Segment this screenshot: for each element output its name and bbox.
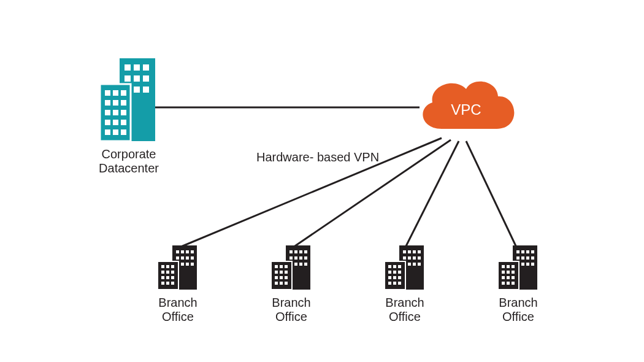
svg-rect-38 bbox=[186, 256, 189, 260]
svg-rect-87 bbox=[418, 250, 421, 253]
svg-rect-30 bbox=[121, 129, 126, 135]
svg-rect-115 bbox=[521, 256, 524, 260]
svg-rect-26 bbox=[113, 120, 118, 125]
svg-rect-14 bbox=[143, 87, 149, 93]
svg-rect-132 bbox=[502, 282, 505, 285]
svg-line-4 bbox=[466, 141, 517, 248]
svg-rect-128 bbox=[512, 271, 515, 274]
svg-rect-90 bbox=[413, 256, 416, 260]
svg-rect-34 bbox=[186, 250, 189, 253]
svg-rect-69 bbox=[304, 263, 307, 266]
svg-rect-52 bbox=[166, 276, 169, 279]
svg-rect-59 bbox=[294, 250, 297, 253]
svg-rect-103 bbox=[388, 276, 391, 279]
svg-rect-89 bbox=[408, 256, 411, 260]
svg-rect-16 bbox=[105, 90, 110, 96]
svg-rect-64 bbox=[299, 256, 302, 260]
svg-rect-11 bbox=[143, 75, 149, 82]
svg-rect-18 bbox=[121, 90, 126, 96]
svg-rect-105 bbox=[398, 276, 401, 279]
svg-rect-56 bbox=[171, 282, 174, 285]
svg-rect-130 bbox=[507, 276, 510, 279]
svg-rect-102 bbox=[398, 271, 401, 274]
svg-rect-7 bbox=[134, 64, 140, 71]
svg-rect-81 bbox=[280, 282, 283, 285]
svg-rect-121 bbox=[531, 263, 534, 266]
svg-rect-55 bbox=[166, 282, 169, 285]
svg-rect-46 bbox=[166, 265, 169, 268]
svg-rect-98 bbox=[393, 265, 396, 268]
svg-rect-99 bbox=[398, 265, 401, 268]
svg-rect-104 bbox=[393, 276, 396, 279]
branch-label: Branch Office bbox=[481, 296, 555, 324]
vpn-label: Hardware- based VPN bbox=[256, 150, 379, 164]
svg-rect-48 bbox=[161, 271, 164, 274]
svg-rect-134 bbox=[512, 282, 515, 285]
svg-rect-86 bbox=[413, 250, 416, 253]
svg-rect-82 bbox=[285, 282, 288, 285]
branch-office-icon bbox=[494, 245, 542, 290]
svg-rect-29 bbox=[113, 129, 118, 135]
branch-label: Branch Office bbox=[368, 296, 442, 324]
datacenter-node: Corporate Datacenter bbox=[80, 58, 178, 175]
svg-rect-94 bbox=[413, 263, 416, 266]
svg-rect-113 bbox=[531, 250, 534, 253]
svg-rect-111 bbox=[521, 250, 524, 253]
svg-rect-106 bbox=[388, 282, 391, 285]
svg-rect-112 bbox=[526, 250, 529, 253]
svg-rect-100 bbox=[388, 271, 391, 274]
svg-rect-76 bbox=[285, 271, 288, 274]
svg-rect-126 bbox=[502, 271, 505, 274]
svg-rect-23 bbox=[113, 110, 118, 115]
branch-label: Branch Office bbox=[255, 296, 328, 324]
svg-rect-62 bbox=[289, 256, 293, 260]
svg-rect-97 bbox=[388, 265, 391, 268]
svg-rect-36 bbox=[176, 256, 179, 260]
cloud-icon bbox=[411, 71, 521, 144]
svg-rect-43 bbox=[191, 263, 194, 266]
svg-rect-58 bbox=[289, 250, 293, 253]
svg-rect-9 bbox=[125, 75, 131, 82]
svg-rect-28 bbox=[105, 129, 110, 135]
svg-rect-91 bbox=[418, 256, 421, 260]
svg-rect-17 bbox=[113, 90, 118, 96]
branch-label: Branch Office bbox=[141, 296, 215, 324]
svg-rect-68 bbox=[299, 263, 302, 266]
svg-rect-61 bbox=[304, 250, 307, 253]
svg-rect-120 bbox=[526, 263, 529, 266]
svg-rect-13 bbox=[134, 87, 140, 93]
svg-rect-108 bbox=[398, 282, 401, 285]
svg-rect-80 bbox=[275, 282, 278, 285]
svg-rect-93 bbox=[408, 263, 411, 266]
svg-rect-60 bbox=[299, 250, 302, 253]
svg-rect-133 bbox=[507, 282, 510, 285]
svg-rect-65 bbox=[304, 256, 307, 260]
branch-node-2: Branch Office bbox=[255, 245, 328, 324]
svg-rect-39 bbox=[191, 256, 194, 260]
svg-rect-53 bbox=[171, 276, 174, 279]
svg-rect-88 bbox=[403, 256, 406, 260]
svg-rect-72 bbox=[280, 265, 283, 268]
branch-node-1: Branch Office bbox=[141, 245, 215, 324]
svg-rect-10 bbox=[134, 75, 140, 82]
svg-rect-20 bbox=[113, 100, 118, 106]
svg-rect-32 bbox=[176, 250, 179, 253]
svg-rect-116 bbox=[526, 256, 529, 260]
svg-rect-79 bbox=[285, 276, 288, 279]
svg-rect-27 bbox=[121, 120, 126, 125]
vpc-node: VPC bbox=[411, 71, 521, 147]
svg-rect-37 bbox=[181, 256, 184, 260]
svg-rect-45 bbox=[161, 265, 164, 268]
svg-rect-54 bbox=[161, 282, 164, 285]
svg-rect-51 bbox=[161, 276, 164, 279]
svg-rect-6 bbox=[125, 64, 131, 71]
svg-rect-117 bbox=[531, 256, 534, 260]
svg-rect-25 bbox=[105, 120, 110, 125]
branch-office-icon bbox=[267, 245, 315, 290]
svg-rect-107 bbox=[393, 282, 396, 285]
svg-rect-63 bbox=[294, 256, 297, 260]
svg-rect-35 bbox=[191, 250, 194, 253]
svg-rect-124 bbox=[507, 265, 510, 268]
svg-rect-101 bbox=[393, 271, 396, 274]
svg-rect-24 bbox=[121, 110, 126, 115]
